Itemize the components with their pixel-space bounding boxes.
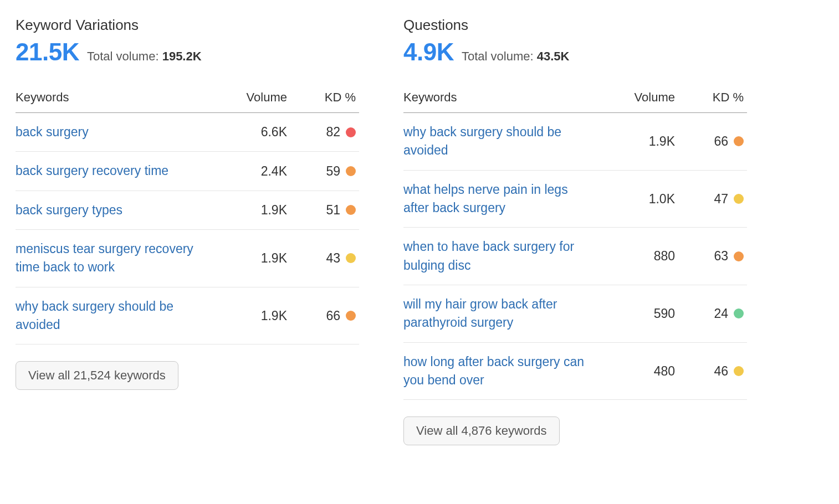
view-all-wrap: View all 21,524 keywords [16,361,359,390]
cell-kd: 51 [287,203,359,218]
cell-volume: 1.9K [215,308,287,323]
difficulty-dot-icon [734,366,744,376]
keyword-link[interactable]: back surgery [16,123,89,141]
kd-value: 59 [326,164,340,179]
cell-volume: 2.4K [215,164,287,179]
header-volume: Volume [215,90,287,105]
keyword-table: Keywords Volume KD % back surgery 6.6K 8… [16,90,359,344]
cell-volume: 1.0K [603,192,675,207]
difficulty-dot-icon [346,311,356,321]
header-volume: Volume [603,90,675,105]
kd-value: 43 [326,251,340,266]
view-all-questions-button[interactable]: View all 4,876 keywords [403,416,560,445]
view-all-wrap: View all 4,876 keywords [403,416,747,445]
panel-title: Keyword Variations [16,17,359,34]
metric-sub-value: 43.5K [537,49,570,63]
cell-volume: 1.9K [215,251,287,266]
keyword-link[interactable]: why back surgery should be avoided [403,123,592,160]
panel-metrics: 4.9K Total volume: 43.5K [403,38,747,66]
cell-volume: 880 [603,249,675,264]
cell-volume: 1.9K [603,134,675,149]
table-row: why back surgery should be avoided 1.9K … [16,287,359,345]
metric-count: 4.9K [403,38,454,66]
metric-total-volume: Total volume: 195.2K [87,49,202,64]
table-row: how long after back surgery can you bend… [403,343,747,400]
header-keywords: Keywords [403,90,603,105]
keyword-link[interactable]: back surgery types [16,201,122,219]
keyword-link[interactable]: how long after back surgery can you bend… [403,353,592,390]
metric-sub-label: Total volume: [87,49,162,63]
kd-value: 46 [714,364,728,379]
cell-kd: 66 [287,308,359,323]
cell-kd: 66 [675,134,747,149]
metric-sub-label: Total volume: [462,49,537,63]
keyword-link[interactable]: when to have back surgery for bulging di… [403,238,592,275]
table-row: what helps nerve pain in legs after back… [403,171,747,228]
cell-kd: 24 [675,306,747,321]
keyword-link[interactable]: meniscus tear surgery recovery time back… [16,240,204,277]
cell-kd: 43 [287,251,359,266]
cell-kd: 63 [675,249,747,264]
difficulty-dot-icon [346,166,356,176]
table-row: meniscus tear surgery recovery time back… [16,230,359,287]
cell-volume: 480 [603,364,675,379]
keyword-link[interactable]: what helps nerve pain in legs after back… [403,181,592,218]
difficulty-dot-icon [734,251,744,261]
table-header-row: Keywords Volume KD % [403,90,747,113]
header-keywords: Keywords [16,90,215,105]
cell-volume: 6.6K [215,125,287,140]
difficulty-dot-icon [734,308,744,318]
table-row: back surgery types 1.9K 51 [16,191,359,230]
table-row: back surgery recovery time 2.4K 59 [16,152,359,191]
kd-value: 66 [326,308,340,323]
kd-value: 47 [714,192,728,207]
table-row: why back surgery should be avoided 1.9K … [403,113,747,171]
keyword-link[interactable]: back surgery recovery time [16,162,168,180]
cell-kd: 46 [675,364,747,379]
header-kd: KD % [675,90,747,105]
keyword-link[interactable]: will my hair grow back after parathyroid… [403,295,592,332]
keyword-table: Keywords Volume KD % why back surgery sh… [403,90,747,400]
metric-total-volume: Total volume: 43.5K [462,49,569,64]
table-row: when to have back surgery for bulging di… [403,228,747,285]
panel-metrics: 21.5K Total volume: 195.2K [16,38,359,66]
keyword-link[interactable]: why back surgery should be avoided [16,297,204,335]
panel-keyword-variations: Keyword Variations 21.5K Total volume: 1… [16,17,359,445]
cell-kd: 47 [675,192,747,207]
difficulty-dot-icon [734,194,744,204]
metric-sub-value: 195.2K [162,49,202,63]
cell-volume: 1.9K [215,203,287,218]
table-row: will my hair grow back after parathyroid… [403,285,747,343]
kd-value: 24 [714,306,728,321]
kd-value: 51 [326,203,340,218]
header-kd: KD % [287,90,359,105]
table-row: back surgery 6.6K 82 [16,113,359,152]
table-header-row: Keywords Volume KD % [16,90,359,113]
difficulty-dot-icon [346,205,356,215]
panel-title: Questions [403,17,747,34]
metric-count: 21.5K [16,38,79,66]
difficulty-dot-icon [346,127,356,137]
difficulty-dot-icon [734,136,744,146]
kd-value: 82 [326,125,340,140]
cell-volume: 590 [603,306,675,321]
view-all-keywords-button[interactable]: View all 21,524 keywords [16,361,178,390]
cell-kd: 82 [287,125,359,140]
difficulty-dot-icon [346,253,356,263]
kd-value: 66 [714,134,728,149]
panels-container: Keyword Variations 21.5K Total volume: 1… [16,17,823,445]
cell-kd: 59 [287,164,359,179]
panel-questions: Questions 4.9K Total volume: 43.5K Keywo… [403,17,747,445]
kd-value: 63 [714,249,728,264]
